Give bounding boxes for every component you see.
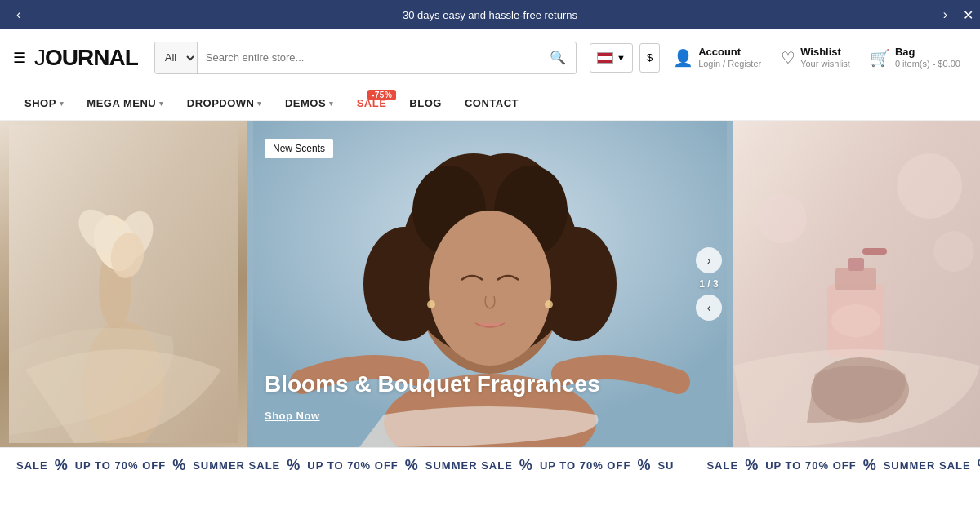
wishlist-link[interactable]: ♡ Wishlist Your wishlist	[774, 46, 857, 69]
slide-counter: 1 / 3	[699, 278, 718, 290]
announcement-text: 30 days easy and hassle-free returns	[403, 9, 577, 21]
hero-left-panel	[0, 121, 247, 447]
svg-point-25	[831, 304, 880, 337]
search-bar: All 🔍	[154, 42, 577, 74]
account-link[interactable]: 👤 Account Login / Register	[666, 46, 768, 69]
nav-item-shop[interactable]: SHOP ▾	[13, 86, 75, 121]
language-selector-btn[interactable]: ▼	[590, 43, 633, 73]
account-title: Account	[698, 46, 761, 59]
hero-title: Blooms & Bouquet Fragrances	[265, 370, 600, 398]
svg-point-29	[933, 231, 974, 272]
account-subtitle: Login / Register	[698, 59, 761, 69]
nav-item-blog[interactable]: BLOG	[398, 86, 453, 121]
ticker-item: SALE % UP TO 70% OFF % SUMMER SALE % UP …	[690, 457, 980, 474]
announcement-prev-btn[interactable]: ‹	[8, 4, 29, 25]
nav-item-mega-menu[interactable]: MEGA MENU ▾	[75, 86, 175, 121]
hero-left-illustration	[9, 125, 238, 443]
announcement-bar: ‹ 30 days easy and hassle-free returns ›…	[0, 0, 980, 29]
chevron-down-icon: ▾	[257, 100, 262, 108]
bag-title: Bag	[895, 46, 960, 59]
hero-left-image	[0, 121, 247, 447]
hero-center-panel: New Scents › 1 / 3 ‹ Blooms & Bouquet Fr…	[247, 121, 733, 447]
wishlist-subtitle: Your wishlist	[800, 59, 850, 69]
ticker-item: SALE % UP TO 70% OFF % SUMMER SALE % UP …	[0, 457, 690, 474]
sale-banner: SALE % UP TO 70% OFF % SUMMER SALE % UP …	[0, 447, 980, 483]
wishlist-icon: ♡	[781, 48, 795, 68]
chevron-down-icon: ▾	[60, 100, 65, 108]
bag-link[interactable]: 🛒 Bag 0 item(s) - $0.00	[863, 46, 967, 69]
hero-slide-nav: › 1 / 3 ‹	[696, 247, 722, 321]
flag-icon	[597, 52, 613, 64]
hero-content: Blooms & Bouquet Fragrances Shop Now	[265, 370, 600, 423]
wishlist-title: Wishlist	[800, 46, 850, 59]
nav-item-demos[interactable]: DEMOS ▾	[274, 86, 345, 121]
svg-point-18	[427, 300, 435, 308]
account-icon: 👤	[673, 48, 693, 68]
main-nav: SHOP ▾ MEGA MENU ▾ DROPDOWN ▾ DEMOS ▾ SA…	[0, 86, 980, 121]
hero-right-image	[733, 121, 980, 447]
site-logo[interactable]: jOURNAL	[34, 45, 138, 71]
nav-item-sale[interactable]: SALE -75%	[345, 86, 399, 121]
search-category-select[interactable]: All	[155, 42, 198, 73]
announcement-close-btn[interactable]: ✕	[963, 7, 973, 23]
chevron-down-icon: ▾	[159, 100, 164, 108]
hamburger-menu-icon[interactable]: ☰	[13, 49, 26, 67]
sale-badge: -75%	[368, 90, 396, 100]
nav-item-contact[interactable]: CONTACT	[453, 86, 530, 121]
svg-rect-23	[848, 258, 864, 271]
bag-icon: 🛒	[870, 48, 890, 68]
announcement-next-btn[interactable]: ›	[935, 4, 956, 25]
svg-point-27	[897, 153, 962, 219]
svg-rect-24	[862, 248, 887, 255]
hero-next-btn[interactable]: ›	[696, 247, 722, 273]
svg-point-17	[429, 211, 551, 366]
shop-now-button[interactable]: Shop Now	[265, 410, 320, 422]
chevron-down-icon: ▾	[329, 100, 334, 108]
hero-prev-btn[interactable]: ‹	[696, 295, 722, 321]
svg-rect-22	[835, 268, 876, 290]
hero-slider: New Scents › 1 / 3 ‹ Blooms & Bouquet Fr…	[0, 121, 980, 447]
hero-right-panel	[733, 121, 980, 447]
new-scents-tag: New Scents	[265, 139, 333, 158]
sale-ticker: SALE % UP TO 70% OFF % SUMMER SALE % UP …	[0, 457, 980, 474]
svg-point-28	[758, 194, 807, 243]
svg-point-19	[545, 300, 553, 308]
currency-selector-btn[interactable]: $	[639, 43, 660, 73]
header-actions: ▼ $ 👤 Account Login / Register ♡ Wishlis…	[590, 43, 967, 73]
bag-subtitle: 0 item(s) - $0.00	[895, 59, 960, 69]
header: ☰ jOURNAL All 🔍 ▼ $ 👤 Account Login / Re…	[0, 29, 980, 86]
nav-item-dropdown[interactable]: DROPDOWN ▾	[176, 86, 274, 121]
search-input[interactable]	[198, 42, 540, 73]
search-submit-btn[interactable]: 🔍	[540, 50, 576, 65]
